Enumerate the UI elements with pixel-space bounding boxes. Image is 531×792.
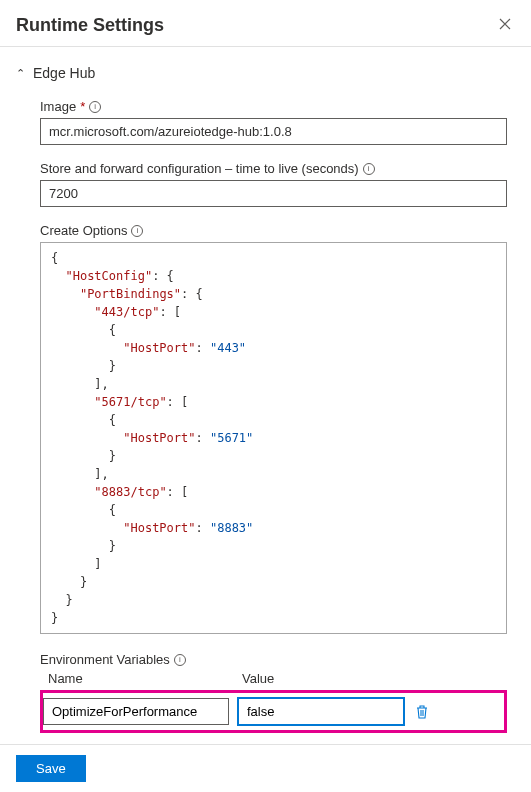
trash-icon: [415, 704, 429, 720]
create-options-label: Create Options i: [40, 223, 507, 238]
info-icon[interactable]: i: [131, 225, 143, 237]
panel-header: Runtime Settings: [0, 0, 531, 47]
env-label: Environment Variables i: [40, 652, 507, 667]
env-col-name-header: Name: [48, 671, 242, 686]
ttl-label: Store and forward configuration – time t…: [40, 161, 507, 176]
env-col-value-header: Value: [242, 671, 507, 686]
panel-title: Runtime Settings: [16, 15, 164, 36]
delete-row-button[interactable]: [415, 704, 429, 720]
close-icon: [499, 18, 511, 30]
env-row: [40, 690, 507, 733]
create-options-editor[interactable]: { "HostConfig": { "PortBindings": { "443…: [40, 242, 507, 634]
edge-hub-section: ⌃ Edge Hub Image * i Store and forward c…: [16, 47, 531, 741]
info-icon[interactable]: i: [363, 163, 375, 175]
scroll-area[interactable]: ⌃ Edge Hub Image * i Store and forward c…: [0, 47, 531, 747]
env-name-input[interactable]: [43, 698, 229, 725]
info-icon[interactable]: i: [89, 101, 101, 113]
section-title: Edge Hub: [33, 65, 95, 81]
section-toggle-edge-hub[interactable]: ⌃ Edge Hub: [16, 65, 531, 81]
close-button[interactable]: [495, 14, 515, 36]
ttl-input[interactable]: [40, 180, 507, 207]
required-indicator: *: [80, 99, 85, 114]
chevron-up-icon: ⌃: [16, 67, 25, 80]
env-column-headers: Name Value: [40, 671, 507, 686]
ttl-field-group: Store and forward configuration – time t…: [40, 161, 507, 207]
section-body: Image * i Store and forward configuratio…: [16, 99, 531, 733]
image-label: Image * i: [40, 99, 507, 114]
env-variables-section: Environment Variables i Name Value: [40, 652, 507, 733]
save-button[interactable]: Save: [16, 755, 86, 782]
image-input[interactable]: [40, 118, 507, 145]
image-field-group: Image * i: [40, 99, 507, 145]
env-value-input[interactable]: [237, 697, 405, 726]
create-options-field-group: Create Options i { "HostConfig": { "Port…: [40, 223, 507, 634]
info-icon[interactable]: i: [174, 654, 186, 666]
footer: Save: [0, 744, 531, 792]
